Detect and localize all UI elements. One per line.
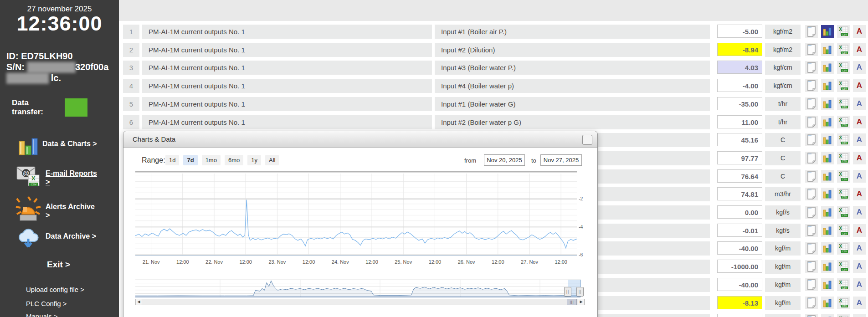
excel-csv-icon[interactable]: XCSV <box>837 170 850 183</box>
value-box: 97.77 <box>717 151 762 164</box>
alarm-letter-button[interactable] <box>853 314 866 317</box>
chart-icon[interactable] <box>821 152 834 164</box>
navigator-left-handle[interactable]: || <box>564 287 571 297</box>
alarm-letter-button[interactable]: A <box>853 43 866 56</box>
report-doc-icon[interactable] <box>805 297 818 309</box>
alarm-letter-button[interactable]: A <box>853 25 866 38</box>
svg-text:X: X <box>839 280 842 285</box>
chart-icon[interactable] <box>821 61 834 74</box>
sidebar-item-data-charts[interactable]: Data & Charts > <box>0 136 119 159</box>
report-doc-icon[interactable] <box>805 188 818 200</box>
chart-icon[interactable] <box>821 260 834 273</box>
sidebar-link-2[interactable]: Manuals > <box>26 312 58 317</box>
excel-csv-icon[interactable]: XCSV <box>837 224 850 237</box>
report-doc-icon[interactable] <box>805 133 818 146</box>
excel-csv-icon[interactable]: XCSV <box>837 61 850 74</box>
alarm-letter-button[interactable]: A <box>853 224 866 237</box>
excel-csv-icon[interactable]: XCSV <box>837 242 850 255</box>
navigator-scrollbar-track[interactable] <box>135 299 585 305</box>
alarm-letter-button[interactable]: A <box>853 260 866 273</box>
value-box: -1000.00 <box>717 260 762 273</box>
alarm-letter-button[interactable]: A <box>853 170 866 183</box>
unit-cell: kgf/m <box>765 260 801 274</box>
excel-csv-icon[interactable]: XCSV <box>837 97 850 110</box>
svg-text:X: X <box>839 135 842 140</box>
excel-csv-icon[interactable]: XCSV <box>837 25 850 38</box>
sidebar-item-exit[interactable]: Exit > <box>47 260 70 270</box>
excel-csv-icon[interactable]: XCSV <box>837 278 850 291</box>
excel-csv-icon[interactable]: XCSV <box>837 133 850 146</box>
report-doc-icon[interactable] <box>805 260 818 273</box>
excel-csv-icon[interactable]: XCSV <box>837 297 850 309</box>
alarm-letter-button[interactable]: A <box>853 152 866 164</box>
report-doc-icon[interactable] <box>805 278 818 291</box>
svg-text:X: X <box>31 175 36 182</box>
report-doc-icon[interactable] <box>805 242 818 255</box>
scrollbar-right-arrow[interactable]: ▶ <box>578 299 585 305</box>
unit-cell: t/hr <box>765 97 801 111</box>
chart-icon[interactable] <box>821 170 834 183</box>
chart-icon[interactable] <box>821 79 834 92</box>
sidebar-item-data-archive[interactable]: Data Archive > <box>0 228 119 253</box>
alarm-letter-button[interactable]: A <box>853 242 866 255</box>
chart-icon[interactable] <box>821 133 834 146</box>
report-doc-icon[interactable] <box>805 61 818 74</box>
alarm-letter: A <box>857 224 862 237</box>
alarm-letter-button[interactable]: A <box>853 133 866 146</box>
alarm-letter-button[interactable]: A <box>853 79 866 92</box>
excel-csv-icon[interactable]: XCSV <box>837 188 850 200</box>
report-doc-icon[interactable] <box>805 170 818 183</box>
report-doc-icon[interactable] <box>805 116 818 128</box>
report-doc-icon[interactable] <box>805 97 818 110</box>
report-doc-icon[interactable] <box>805 25 818 38</box>
sidebar-link-1[interactable]: PLC Config > <box>26 300 67 307</box>
x-axis-label: 12:00 <box>365 259 378 265</box>
alarm-letter-button[interactable]: A <box>853 297 866 309</box>
unit-cell: t/hr <box>765 115 801 129</box>
chart-icon[interactable] <box>821 278 834 291</box>
chart-icon[interactable] <box>821 43 834 56</box>
navigator-right-handle[interactable]: || <box>576 287 584 297</box>
chart-icon[interactable] <box>821 25 834 38</box>
report-doc-icon[interactable] <box>805 314 818 317</box>
svg-text:X: X <box>839 62 842 68</box>
excel-csv-icon[interactable]: XCSV <box>837 79 850 92</box>
excel-csv-icon[interactable]: XCSV <box>837 206 850 219</box>
unit-cell: C <box>765 133 801 147</box>
excel-csv-icon[interactable]: XCSV <box>837 43 850 56</box>
svg-text:X: X <box>839 99 842 104</box>
sidebar-item-alerts-archive[interactable]: Alerts Archive> <box>0 196 119 224</box>
excel-csv-icon[interactable]: XCSV <box>837 116 850 128</box>
excel-csv-icon[interactable]: XCSV <box>837 152 850 164</box>
report-doc-icon[interactable] <box>805 152 818 164</box>
sidebar-item-email-reports[interactable]: @XCSVE-mail Reports> <box>0 163 119 190</box>
chart-icon[interactable] <box>821 206 834 219</box>
chart-icon[interactable] <box>821 224 834 237</box>
alarm-letter-button[interactable]: A <box>853 116 866 128</box>
sidebar-link-0[interactable]: Upload config file > <box>26 286 84 293</box>
report-doc-icon[interactable] <box>805 79 818 92</box>
report-doc-icon[interactable] <box>805 43 818 56</box>
scrollbar-thumb[interactable]: ||| <box>567 299 577 305</box>
chart-icon[interactable] <box>821 297 834 309</box>
alarm-letter-button[interactable]: A <box>853 97 866 110</box>
x-axis-label: 23. Nov <box>268 259 286 265</box>
report-doc-icon[interactable] <box>805 224 818 237</box>
report-doc-icon[interactable] <box>805 206 818 219</box>
chart-icon[interactable] <box>821 97 834 110</box>
scrollbar-left-arrow[interactable]: ◀ <box>135 299 142 305</box>
alarm-letter-button[interactable]: A <box>853 278 866 291</box>
alarm-letter: A <box>857 242 862 255</box>
excel-csv-icon[interactable]: XCSV <box>837 260 850 273</box>
chart-icon[interactable] <box>821 188 834 200</box>
alarm-letter-button[interactable]: A <box>853 206 866 219</box>
unit-cell: C <box>765 169 801 184</box>
value-box: 11.00 <box>717 115 762 128</box>
alarm-letter-button[interactable]: A <box>853 188 866 200</box>
excel-csv-icon[interactable]: XCSV <box>837 314 850 317</box>
chart-icon[interactable] <box>821 116 834 128</box>
chart-icon[interactable] <box>821 314 834 317</box>
chart-icon[interactable] <box>821 242 834 255</box>
alarm-letter-button[interactable]: A <box>853 61 866 74</box>
svg-text:CSV: CSV <box>842 106 847 108</box>
